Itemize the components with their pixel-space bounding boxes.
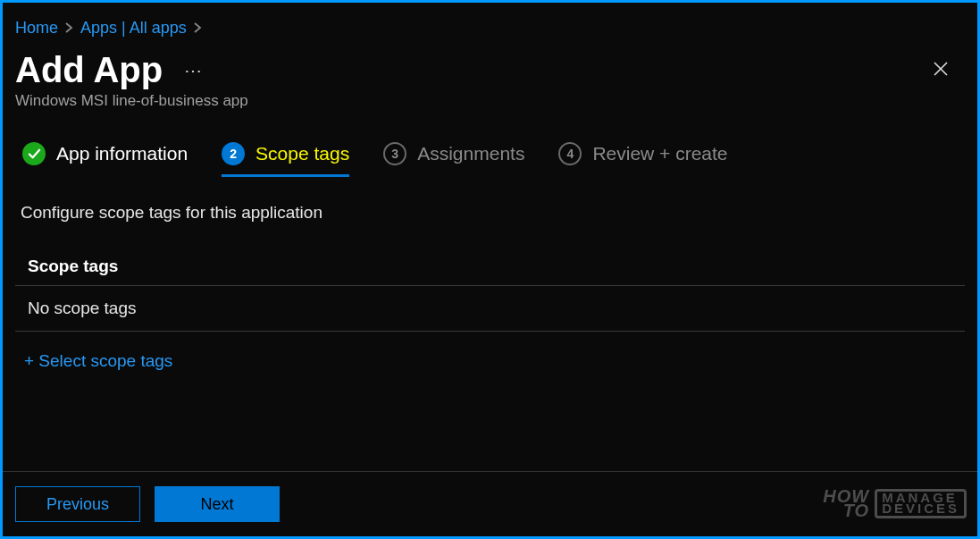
breadcrumb: Home Apps | All apps [15,19,965,38]
previous-button[interactable]: Previous [15,486,140,522]
step-number-icon: 4 [558,142,582,165]
next-button[interactable]: Next [155,486,280,522]
step-app-information[interactable]: App information [22,142,188,174]
scope-tags-header: Scope tags [15,248,965,286]
step-review-create[interactable]: 4 Review + create [558,142,727,174]
breadcrumb-home[interactable]: Home [15,19,58,38]
watermark-text: DEVICES [882,503,959,515]
check-icon [22,142,46,165]
page-subtitle: Windows MSI line-of-business app [15,92,965,110]
chevron-right-icon [65,21,73,37]
step-label: Scope tags [255,143,349,164]
instruction-text: Configure scope tags for this applicatio… [21,203,965,223]
scope-tags-empty-row: No scope tags [15,286,965,332]
step-number-icon: 2 [222,142,245,165]
step-number-icon: 3 [383,142,406,165]
step-assignments[interactable]: 3 Assignments [383,142,524,174]
watermark: HOW TO MANAGE DEVICES [823,489,967,519]
step-label: App information [56,143,188,164]
step-label: Review + create [592,143,727,164]
wizard-steps: App information 2 Scope tags 3 Assignmen… [15,142,965,174]
page-title: Add App [15,50,163,90]
close-button[interactable] [924,54,958,88]
step-label: Assignments [417,143,524,164]
more-actions-button[interactable]: ⋯ [184,60,204,81]
breadcrumb-apps[interactable]: Apps | All apps [80,19,187,38]
chevron-right-icon [194,21,202,37]
step-scope-tags[interactable]: 2 Scope tags [222,142,349,177]
select-scope-tags-link[interactable]: + Select scope tags [15,332,965,380]
